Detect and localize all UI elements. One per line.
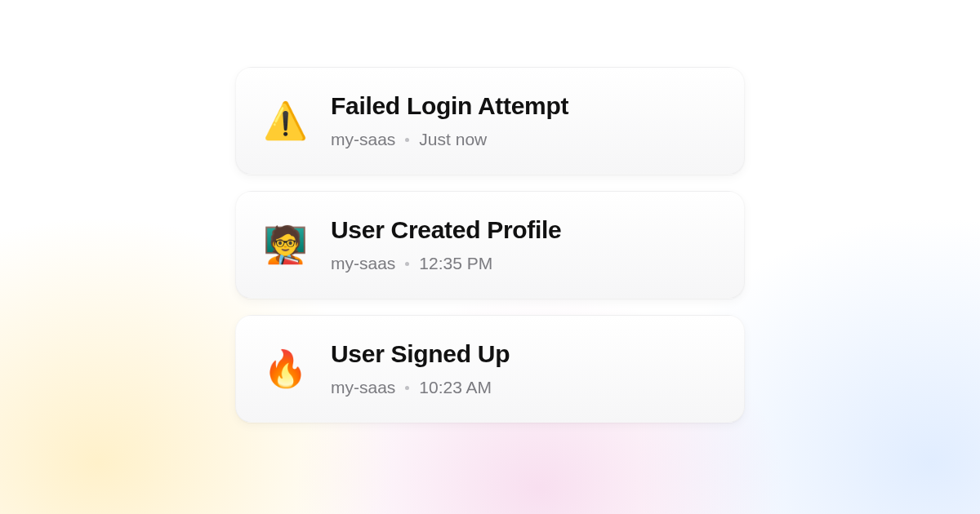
event-card[interactable]: 🔥 User Signed Up my-saas 10:23 AM [235,315,745,423]
event-source: my-saas [331,378,395,397]
separator-dot [405,138,409,142]
event-source: my-saas [331,254,395,273]
event-title: User Signed Up [331,340,510,368]
event-content: User Signed Up my-saas 10:23 AM [331,340,510,397]
event-time: Just now [419,130,487,149]
separator-dot [405,262,409,266]
event-title: User Created Profile [331,216,561,244]
warning-icon: ⚠️ [264,100,306,142]
teacher-icon: 🧑‍🏫 [264,224,306,266]
event-meta: my-saas 10:23 AM [331,378,510,397]
event-source: my-saas [331,130,395,149]
event-meta: my-saas Just now [331,130,568,149]
event-feed: ⚠️ Failed Login Attempt my-saas Just now… [235,67,745,423]
event-meta: my-saas 12:35 PM [331,254,561,273]
event-time: 12:35 PM [419,254,492,273]
event-content: Failed Login Attempt my-saas Just now [331,92,568,149]
separator-dot [405,386,409,390]
event-time: 10:23 AM [419,378,492,397]
event-card[interactable]: 🧑‍🏫 User Created Profile my-saas 12:35 P… [235,191,745,299]
event-content: User Created Profile my-saas 12:35 PM [331,216,561,273]
event-card[interactable]: ⚠️ Failed Login Attempt my-saas Just now [235,67,745,175]
fire-icon: 🔥 [264,348,306,390]
event-title: Failed Login Attempt [331,92,568,120]
